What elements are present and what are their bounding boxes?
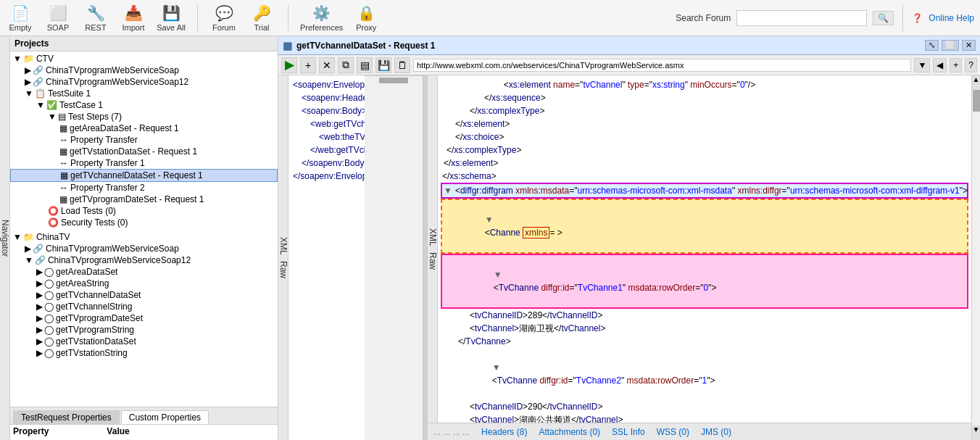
tree-expand-chinatv[interactable]: ▼ xyxy=(13,232,22,242)
scroll-up[interactable]: ▲ xyxy=(972,75,980,90)
r-xml-line-4: </xs:element> xyxy=(441,117,968,130)
jms-status[interactable]: JMS (0) xyxy=(701,427,731,437)
tree-item-getarea[interactable]: ▦ getAreaDataSet - Request 1 xyxy=(10,123,278,134)
right-raw-tab-label[interactable]: Raw xyxy=(428,252,438,270)
import-button[interactable]: 📥 Import xyxy=(119,4,148,32)
tree-item-teststeps[interactable]: ▼ ▤ Test Steps (7) xyxy=(10,111,278,123)
tree-expand-gettvstationdataset2[interactable]: ▶ xyxy=(36,336,43,346)
search-forum-input[interactable] xyxy=(736,10,867,26)
tree-item-gettvchanneldataset2[interactable]: ▶ ◯ getTVchannelDataSet xyxy=(10,289,278,301)
cancel-button[interactable]: ✕ xyxy=(319,57,335,73)
tree-expand-chinatv-soap[interactable]: ▶ xyxy=(25,244,31,254)
online-help-link[interactable]: Online Help xyxy=(929,13,974,23)
tree-expand-getareadataset2[interactable]: ▶ xyxy=(36,267,43,277)
tree-item-testcase1[interactable]: ▼ ✅ TestCase 1 xyxy=(10,99,278,111)
empty-button[interactable]: 📄 Empty xyxy=(6,4,35,32)
tree-item-pt3[interactable]: ↔ Property Transfer 2 xyxy=(10,182,278,194)
tree-item-pt1[interactable]: ↔ Property Transfer xyxy=(10,134,278,146)
tree-item-gettvstationdataset2[interactable]: ▶ ◯ getTVstationDataSet xyxy=(10,336,278,347)
tree-expand-getareastring[interactable]: ▶ xyxy=(36,278,43,289)
tree-expand-ctv[interactable]: ▼ xyxy=(13,54,22,64)
tree-expand-gettvprogramstring[interactable]: ▶ xyxy=(36,325,43,335)
rest-button[interactable]: 🔧 REST xyxy=(81,4,110,32)
right-xml-tab[interactable]: XML Raw xyxy=(428,75,438,423)
tree-item-gettvstation[interactable]: ▦ getTVstationDataSet - Request 1 xyxy=(10,146,278,157)
expand-btn[interactable]: ⤡ xyxy=(925,40,939,51)
tree-item-securitytests[interactable]: ⭕ Security Tests (0) xyxy=(10,217,278,228)
gettvprogram-label: getTVprogramDateSet - Request 1 xyxy=(70,194,204,204)
tree-item-chinatv[interactable]: ▼ 📁 ChinaTV xyxy=(10,231,278,243)
add-button[interactable]: + xyxy=(300,57,316,73)
forum-button[interactable]: 💬 Forum xyxy=(209,4,238,32)
url-help-btn[interactable]: ? xyxy=(965,58,977,72)
attachments-status[interactable]: Attachments (0) xyxy=(539,427,600,437)
test-request-props-tab[interactable]: TestRequest Properties xyxy=(13,410,120,424)
options-button[interactable]: ▤ xyxy=(357,57,373,73)
format-button[interactable]: 🗒 xyxy=(394,57,410,73)
tvchanne2-expand[interactable]: ▼ xyxy=(492,362,501,373)
main-area: Navigator Projects ▼ 📁 CTV ▶ 🔗 ChinaTVpr… xyxy=(0,36,980,440)
tree-expand-chinatv-soap12[interactable]: ▼ xyxy=(25,255,33,265)
float-btn[interactable]: ⬜ xyxy=(942,40,959,51)
tree-item-ctv[interactable]: ▼ 📁 CTV xyxy=(10,53,278,65)
custom-props-tab[interactable]: Custom Properties xyxy=(121,410,209,424)
tree-item-getareadataset2[interactable]: ▶ ◯ getAreaDataSet xyxy=(10,266,278,278)
tree-expand-gettvchannelstring[interactable]: ▶ xyxy=(36,302,43,312)
preferences-button[interactable]: ⚙️ Preferences xyxy=(300,4,343,32)
tree-item-gettvprogram[interactable]: ▦ getTVprogramDateSet - Request 1 xyxy=(10,194,278,205)
raw-tab-label[interactable]: Raw xyxy=(278,261,288,278)
right-xml-tab-label[interactable]: XML xyxy=(428,228,438,246)
r-xml-tvchanne2: ▼ <TvChanne diffgr:id="TvChanne2" msdata… xyxy=(441,348,968,400)
ssl-info-status[interactable]: SSL Info xyxy=(612,427,645,437)
tree-item-chinatv-soap[interactable]: ▶ 🔗 ChinaTVprogramWebServiceSoap xyxy=(10,243,278,254)
save-all-button[interactable]: 💾 Save All xyxy=(157,4,186,32)
tree-item-chinatvsoap[interactable]: ▶ 🔗 ChinaTVprogramWebServiceSoap xyxy=(10,65,278,76)
soap-button[interactable]: ⬜ SOAP xyxy=(43,4,72,32)
url-input[interactable] xyxy=(413,59,911,72)
tree-expand-gettvchanneldataset2[interactable]: ▶ xyxy=(36,290,43,300)
tree-expand-gettvstationstring[interactable]: ▶ xyxy=(36,348,43,358)
tree-expand-steps[interactable]: ▼ xyxy=(48,112,57,122)
tree-expand-chinatvsoap[interactable]: ▶ xyxy=(25,65,31,75)
trial-button[interactable]: 🔑 Trial xyxy=(247,4,276,32)
headers-status[interactable]: Headers (8) xyxy=(481,427,527,437)
xml-tab-label[interactable]: XML xyxy=(278,237,288,255)
xml-line-4: <web:getTVcha xyxy=(291,117,362,130)
tree-expand-ts1[interactable]: ▼ xyxy=(25,88,33,99)
proxy-button[interactable]: 🔒 Proxy xyxy=(352,4,381,32)
url-add-btn[interactable]: + xyxy=(950,58,962,72)
tree-item-gettvstationstring[interactable]: ▶ ◯ getTVstationString xyxy=(10,347,278,359)
scroll-thumb[interactable] xyxy=(973,90,980,112)
left-scrollbar-thumb[interactable] xyxy=(379,78,408,83)
channe-expand[interactable]: ▼ xyxy=(485,215,494,225)
project-tree-content[interactable]: ▼ 📁 CTV ▶ 🔗 ChinaTVprogramWebServiceSoap… xyxy=(10,51,278,407)
left-xml-tab[interactable]: XML Raw xyxy=(278,75,288,440)
tree-expand-chinatvsoap12[interactable]: ▶ xyxy=(25,77,31,87)
url-nav-btn[interactable]: ◀ xyxy=(933,58,947,72)
save-button-req[interactable]: 💾 xyxy=(375,57,391,73)
url-dropdown-btn[interactable]: ▼ xyxy=(914,58,930,72)
tree-item-pt2[interactable]: ↔ Property Transfer 1 xyxy=(10,157,278,169)
tree-item-chinatv-soap12[interactable]: ▼ 🔗 ChinaTVprogramWebServiceSoap12 xyxy=(10,254,278,266)
diffgr-expand[interactable]: ▼ xyxy=(444,184,452,197)
tree-item-getareastring[interactable]: ▶ ◯ getAreaString xyxy=(10,278,278,289)
tree-item-testsuite1[interactable]: ▼ 📋 TestSuite 1 xyxy=(10,88,278,99)
tvchanne1-expand[interactable]: ▼ xyxy=(494,270,502,280)
close-btn[interactable]: ✕ xyxy=(962,40,976,51)
search-forum-button[interactable]: 🔍 xyxy=(873,11,894,25)
tree-item-gettvchannelstring[interactable]: ▶ ◯ getTVchannelString xyxy=(10,301,278,312)
tree-item-loadtests[interactable]: ⭕ Load Tests (0) xyxy=(10,205,278,217)
run-button[interactable]: ▶ xyxy=(281,57,297,73)
right-scrollbar[interactable]: ▲ ▼ xyxy=(971,75,980,440)
right-xml-content[interactable]: <xs:element name="tvChannel" type="xs:st… xyxy=(438,75,971,423)
scroll-down[interactable]: ▼ xyxy=(972,426,980,440)
tree-item-gettvprogramstring[interactable]: ▶ ◯ getTVprogramString xyxy=(10,324,278,336)
tree-expand-tc1[interactable]: ▼ xyxy=(36,100,45,110)
tree-item-gettvprogramdateset2[interactable]: ▶ ◯ getTVprogramDateSet xyxy=(10,312,278,324)
tree-item-chinatvsoap12[interactable]: ▶ 🔗 ChinaTVprogramWebServiceSoap12 xyxy=(10,76,278,88)
wss-status[interactable]: WSS (0) xyxy=(657,427,689,437)
tree-item-gettvchanneldataset[interactable]: ▦ getTVchannelDataSet - Request 1 xyxy=(10,169,278,182)
navigator-tab[interactable]: Navigator xyxy=(0,36,10,440)
copy-button[interactable]: ⧉ xyxy=(338,57,354,73)
tree-expand-gettvprogramdateset2[interactable]: ▶ xyxy=(36,313,43,323)
